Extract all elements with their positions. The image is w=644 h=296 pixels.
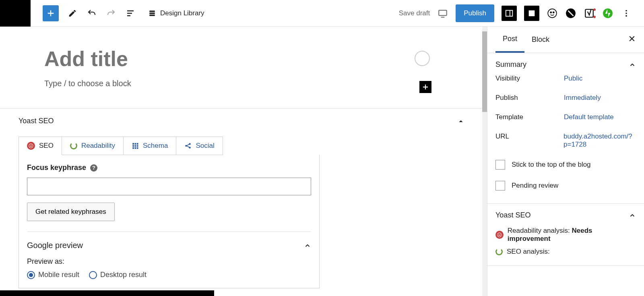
focus-keyphrase-label: Focus keyphrase ? — [27, 164, 311, 172]
svg-rect-12 — [135, 143, 136, 145]
preview-radio-group: Mobile result Desktop result — [27, 271, 311, 279]
url-row: URL buddy.a2hosted.com/?p=1728 — [495, 127, 636, 154]
editor-column: Type / to choose a block Yoast SEO ☹ SEO… — [0, 27, 482, 296]
radio-icon — [89, 271, 97, 279]
close-icon — [628, 35, 636, 43]
yoast-metabox: Yoast SEO ☹ SEO Readability Schema — [0, 108, 482, 288]
undo-button[interactable] — [86, 8, 97, 19]
close-sidebar-button[interactable] — [628, 35, 636, 45]
template-row: Template Default template — [495, 108, 636, 127]
pending-review-checkbox-row: Pending review — [495, 175, 636, 196]
sidebar-icon — [505, 9, 514, 18]
yoast-tabs: ☹ SEO Readability Schema Social — [19, 137, 464, 155]
add-block-button[interactable] — [43, 5, 59, 21]
edit-mode-button[interactable] — [67, 8, 78, 19]
svg-point-3 — [550, 12, 551, 13]
scrollbar-thumb[interactable] — [482, 31, 487, 112]
title-zone: Type / to choose a block — [0, 27, 482, 108]
desktop-icon — [438, 8, 448, 19]
publish-button[interactable]: Publish — [456, 4, 494, 22]
yoast-tab-content: Focus keyphrase ? Get related keyphrases… — [19, 155, 320, 288]
bottom-bar — [0, 290, 214, 296]
settings-sidebar: Post Block Summary Visibility Public Pub… — [487, 27, 644, 296]
editor-scrollbar[interactable] — [482, 27, 487, 296]
more-vertical-icon — [622, 9, 631, 18]
tab-readability[interactable]: Readability — [62, 137, 124, 155]
save-draft-button[interactable]: Save draft — [399, 9, 430, 17]
chevron-up-icon — [304, 242, 311, 249]
svg-rect-11 — [132, 143, 134, 145]
chevron-up-icon — [629, 212, 636, 219]
tab-seo[interactable]: ☹ SEO — [19, 137, 62, 155]
yoast-sidebar-section: Yoast SEO ☹ Readability analysis: Needs … — [487, 204, 644, 266]
tab-block[interactable]: Block — [524, 27, 557, 52]
chevron-up-icon — [458, 118, 464, 124]
svg-rect-13 — [137, 143, 138, 145]
stick-top-checkbox-row: Stick to the top of the blog — [495, 154, 636, 175]
url-value[interactable]: buddy.a2hosted.com/?p=1728 — [564, 132, 636, 149]
mailchimp-icon[interactable] — [547, 8, 558, 19]
inline-add-block-button[interactable] — [419, 81, 431, 93]
visibility-row: Visibility Public — [495, 69, 636, 88]
redo-button[interactable] — [105, 8, 117, 19]
chevron-up-icon — [629, 61, 636, 68]
publish-value[interactable]: Immediately — [564, 94, 601, 102]
publish-row: Publish Immediately — [495, 88, 636, 108]
seo-analysis-row[interactable]: SEO analysis: — [495, 245, 636, 258]
tab-social[interactable]: Social — [176, 137, 223, 155]
google-preview-header[interactable]: Google preview — [27, 232, 311, 250]
post-title-input[interactable] — [44, 47, 366, 71]
focus-keyphrase-input[interactable] — [27, 178, 311, 195]
block-icon[interactable] — [565, 8, 576, 19]
svg-point-10 — [625, 15, 627, 17]
get-related-keyphrases-button[interactable]: Get related keyphrases — [27, 203, 115, 221]
yoast-title: Yoast SEO — [19, 117, 54, 125]
svg-rect-6 — [585, 9, 593, 17]
preview-button[interactable] — [437, 8, 448, 19]
tab-post[interactable]: Post — [495, 27, 524, 53]
summary-header[interactable]: Summary — [495, 60, 636, 69]
more-options-button[interactable] — [621, 8, 632, 19]
sad-face-icon: ☹ — [495, 231, 504, 239]
help-icon[interactable]: ? — [90, 164, 97, 172]
toolbar-left: Design Library — [31, 5, 204, 21]
yoast-sidebar-icon[interactable] — [584, 8, 595, 19]
yoast-metabox-header[interactable]: Yoast SEO — [19, 117, 464, 137]
block-prompt[interactable]: Type / to choose a block — [44, 71, 438, 100]
radio-mobile-result[interactable]: Mobile result — [27, 271, 79, 279]
template-value[interactable]: Default template — [564, 113, 614, 121]
svg-point-9 — [625, 12, 627, 14]
radio-desktop-result[interactable]: Desktop result — [89, 271, 147, 279]
svg-rect-16 — [137, 145, 138, 147]
document-overview-button[interactable] — [125, 8, 136, 19]
settings-sidebar-toggle[interactable] — [502, 6, 517, 21]
yoast-sidebar-header[interactable]: Yoast SEO — [495, 211, 636, 219]
summary-section: Summary Visibility Public Publish Immedi… — [487, 53, 644, 204]
redo-icon — [106, 8, 116, 18]
plus-icon — [422, 83, 429, 91]
stick-top-checkbox[interactable] — [495, 160, 505, 170]
radio-icon — [27, 271, 35, 279]
sidebar-tabs: Post Block — [487, 27, 644, 53]
svg-point-7 — [603, 8, 613, 18]
jetpack-icon[interactable] — [602, 8, 613, 19]
design-library-button[interactable]: Design Library — [148, 9, 204, 17]
pencil-icon — [68, 9, 77, 18]
library-icon — [148, 9, 156, 17]
readability-analysis-row[interactable]: ☹ Readability analysis: Needs improvemen… — [495, 224, 636, 245]
visibility-value[interactable]: Public — [564, 75, 582, 83]
wp-logo[interactable] — [0, 0, 31, 27]
spinner-icon — [495, 248, 503, 255]
share-icon — [184, 142, 192, 149]
panel-icon — [527, 9, 536, 18]
pending-review-checkbox[interactable] — [495, 181, 505, 190]
toolbar-right: Save draft Publish — [399, 4, 644, 22]
plugin-panel-button[interactable] — [524, 6, 539, 21]
design-library-label: Design Library — [160, 9, 204, 17]
svg-rect-18 — [135, 147, 136, 149]
tab-schema[interactable]: Schema — [123, 137, 176, 155]
list-icon — [126, 8, 135, 18]
plus-icon — [46, 9, 55, 18]
top-toolbar: Design Library Save draft Publish — [0, 0, 644, 27]
svg-rect-1 — [506, 10, 513, 16]
